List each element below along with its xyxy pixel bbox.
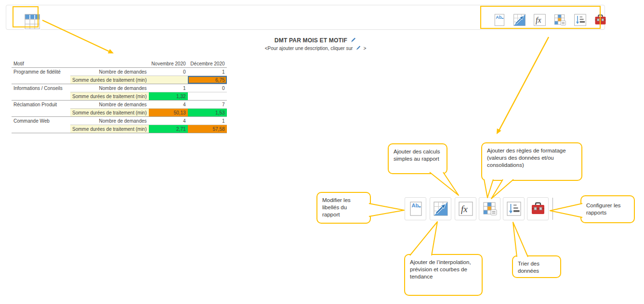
value-cell[interactable]: 4 (149, 117, 188, 125)
tail-formatting-1 (484, 179, 493, 198)
tail-configure (550, 203, 582, 217)
formatting-rules-button-large[interactable] (479, 197, 500, 220)
table-row: Informations / Conseils Nombre de demand… (12, 84, 227, 92)
metric-cell[interactable]: Nombre de demandes (70, 117, 149, 125)
value-cell[interactable]: 1 (149, 84, 188, 92)
highlight-box-table-icon (13, 6, 39, 27)
callout-sort-data: Trier des données (512, 255, 561, 278)
column-header-motif[interactable]: Motif (12, 60, 70, 68)
report-builder-canvas: Ab fx (0, 0, 644, 304)
sort-data-icon (506, 201, 522, 216)
arrow-to-icon-strip (497, 37, 549, 134)
simple-calculations-button-large[interactable] (455, 197, 476, 220)
tail-calculations (430, 172, 459, 195)
callout-configure-reports: Configurer les rapports (580, 195, 635, 223)
motif-cell[interactable]: Commande Web (12, 117, 70, 125)
motif-cell[interactable]: Programme de fidélité (12, 68, 70, 76)
value-cell[interactable]: 57,58 (188, 125, 227, 133)
callout-simple-calculations: Ajouter des calculs simples au rapport (388, 143, 447, 174)
metric-cell[interactable]: Nombre de demandes (70, 68, 149, 76)
table-row: Commande Web Nombre de demandes 4 1 (12, 117, 227, 125)
edit-title-pencil-icon[interactable] (350, 36, 356, 45)
tail-formatting-2 (491, 179, 513, 199)
report-table-container: Motif Novembre 2020 Décembre 2020 Progra… (12, 60, 227, 133)
table-row: Somme durées de traitement (min) 6,75 (12, 76, 227, 84)
callout-formatting-rules: Ajouter des règles de formatage (valeurs… (481, 142, 582, 181)
report-title: DMT PAR MOIS ET MOTIF (275, 37, 347, 44)
simple-calculations-icon (458, 201, 473, 216)
value-cell[interactable]: 0 (149, 68, 188, 76)
tail-interpolation (410, 222, 437, 255)
highlight-box-toolbar-icons (480, 6, 601, 29)
value-cell[interactable]: 50,13 (149, 109, 188, 117)
metric-cell[interactable]: Somme durées de traitement (min) (70, 92, 149, 101)
metric-cell[interactable]: Somme durées de traitement (min) (70, 76, 149, 84)
column-header-novembre[interactable]: Novembre 2020 (149, 60, 188, 68)
callout-edit-labels: Modifier les libellés du rapport (316, 192, 371, 224)
table-header-row: Motif Novembre 2020 Décembre 2020 (12, 60, 227, 68)
tail-edit-labels (369, 203, 404, 216)
motif-cell[interactable] (12, 76, 70, 84)
value-cell[interactable]: 1,53 (188, 109, 227, 117)
edit-labels-icon (408, 201, 423, 216)
column-header-decembre[interactable]: Décembre 2020 (188, 60, 227, 68)
report-header: DMT PAR MOIS ET MOTIF (219, 36, 412, 45)
metric-cell[interactable]: Somme durées de traitement (min) (70, 109, 149, 117)
report-description-hint: <Pour ajouter une description, cliquer s… (219, 45, 412, 51)
table-row: Réclamation Produit Nombre de demandes 4… (12, 101, 227, 109)
motif-cell[interactable] (12, 109, 70, 117)
table-row: Somme durées de traitement (min) 1,32 (12, 92, 227, 101)
configure-reports-button-large[interactable] (527, 197, 549, 220)
value-cell[interactable]: 6,75 (188, 76, 227, 84)
metric-cell[interactable]: Nombre de demandes (70, 84, 149, 92)
value-cell[interactable]: 2,71 (149, 125, 188, 133)
tail-sort (513, 222, 528, 257)
callout-configure-reports-text: Configurer les rapports (586, 202, 629, 216)
motif-cell[interactable] (12, 125, 70, 133)
metric-cell[interactable]: Nombre de demandes (70, 101, 149, 109)
interpolation-trend-button-large[interactable] (430, 197, 451, 220)
motif-cell[interactable] (12, 92, 70, 101)
table-row: Somme durées de traitement (min) 50,13 1… (12, 109, 227, 117)
value-cell[interactable]: 0 (188, 84, 227, 92)
value-cell[interactable] (188, 92, 227, 101)
toolbox-icon (530, 201, 546, 216)
table-row: Programme de fidélité Nombre de demandes… (12, 68, 227, 76)
sort-data-button-large[interactable] (503, 197, 525, 220)
metric-cell[interactable]: Somme durées de traitement (min) (70, 125, 149, 133)
report-table: Motif Novembre 2020 Décembre 2020 Progra… (12, 60, 227, 133)
description-hint-text: <Pour ajouter une description, cliquer s… (265, 46, 353, 51)
motif-cell[interactable]: Réclamation Produit (12, 101, 70, 109)
description-hint-close: > (363, 46, 366, 51)
column-header-metric (70, 60, 149, 68)
value-cell[interactable]: 1 (188, 117, 227, 125)
interpolation-trend-icon (433, 201, 448, 216)
edit-description-pencil-icon[interactable] (355, 45, 361, 51)
value-cell[interactable] (149, 76, 188, 84)
callout-interpolation: Ajouter de l’interpolation, prévision et… (404, 254, 483, 296)
formatting-rules-icon (482, 201, 498, 216)
value-cell[interactable]: 4 (149, 101, 188, 109)
motif-cell[interactable]: Informations / Conseils (12, 84, 70, 92)
table-row: Somme durées de traitement (min) 2,71 57… (12, 125, 227, 133)
icon-strip-separator (552, 198, 553, 220)
value-cell[interactable]: 1,32 (149, 92, 188, 101)
value-cell[interactable]: 7 (188, 101, 227, 109)
value-cell[interactable]: 1 (188, 68, 227, 76)
edit-labels-button-large[interactable] (405, 197, 426, 220)
